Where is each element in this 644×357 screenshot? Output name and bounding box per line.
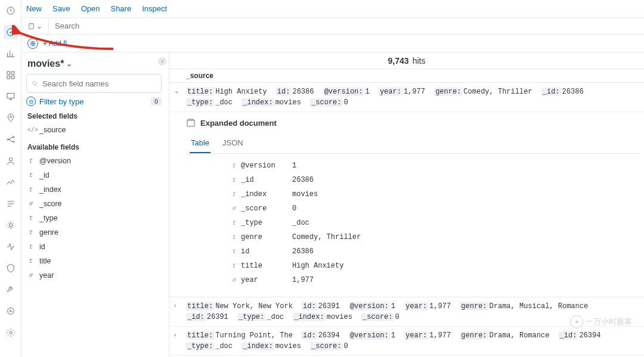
collapse-sidebar-icon[interactable]: ‹ <box>158 57 166 66</box>
svg-point-8 <box>7 139 9 141</box>
maps-icon[interactable] <box>4 111 18 125</box>
doc-summary: title:High Anxiety id:26386 @version:1 y… <box>186 86 639 108</box>
document-row: › title:Turning Point, The id:26394 @ver… <box>169 327 644 356</box>
svg-rect-4 <box>7 76 10 79</box>
field-name: id <box>39 243 45 251</box>
management-icon[interactable] <box>4 325 18 340</box>
document-row: › title:New York, New York id:26391 @ver… <box>169 297 644 327</box>
menu-inspect[interactable]: Inspect <box>142 4 167 13</box>
field-item[interactable]: ttitle <box>26 254 162 268</box>
field-sidebar: ‹ movies* ⌄ ⊖ Filter by type 0 Selected … <box>21 52 169 357</box>
filter-by-type-label: Filter by type <box>39 97 83 106</box>
dashboard-icon[interactable] <box>4 68 18 82</box>
svg-rect-2 <box>7 72 10 74</box>
add-filter-button[interactable]: + Add fi... <box>43 39 73 48</box>
expanded-document-title: Expanded document <box>200 119 277 128</box>
side-nav <box>0 0 21 357</box>
doc-field-row[interactable]: #year1,977 <box>228 273 639 287</box>
filter-by-type-button[interactable]: ⊖ Filter by type <box>26 97 83 106</box>
filter-row: ⊕ + Add fi... <box>21 35 644 52</box>
siem-icon[interactable] <box>4 261 18 275</box>
doc-field-row[interactable]: tgenreComedy, Thriller <box>228 230 639 244</box>
recently-viewed-icon[interactable] <box>4 4 18 18</box>
filter-by-type-row: ⊖ Filter by type 0 <box>26 97 162 106</box>
filter-icon: ⊖ <box>26 97 36 106</box>
dev-tools-icon[interactable] <box>4 283 18 297</box>
svg-rect-3 <box>11 72 14 74</box>
document-row: ⌄ title:High Anxiety id:26386 @version:1… <box>169 83 644 112</box>
field-item[interactable]: t_id <box>26 168 162 182</box>
ml-icon[interactable] <box>4 132 18 147</box>
metrics-icon[interactable] <box>4 175 18 190</box>
expand-doc-icon[interactable]: › <box>174 301 182 309</box>
field-item[interactable]: t_index <box>26 182 162 197</box>
doc-field-row[interactable]: t_indexmovies <box>228 187 639 201</box>
visualize-icon[interactable] <box>4 46 18 61</box>
tab-json[interactable]: JSON <box>221 134 244 153</box>
index-pattern-selector[interactable]: movies* ⌄ <box>27 58 162 69</box>
doc-field-row[interactable]: tid26386 <box>228 244 639 259</box>
field-type-icon: t <box>27 172 35 179</box>
doc-field-row[interactable]: t_type_doc <box>228 216 639 230</box>
doc-field-row[interactable]: t@version1 <box>228 159 639 173</box>
field-type-icon: t <box>27 243 35 250</box>
chevron-down-icon: ⌄ <box>36 22 42 30</box>
filter-options-icon[interactable]: ⊕ <box>27 38 38 49</box>
monitoring-icon[interactable] <box>4 304 18 318</box>
collapse-doc-icon[interactable]: ⌄ <box>174 86 182 94</box>
menu-save[interactable]: Save <box>52 4 70 13</box>
field-name: _type <box>39 214 58 222</box>
users-icon[interactable] <box>4 154 18 168</box>
field-type-icon: </> <box>27 127 35 134</box>
svg-point-9 <box>13 136 14 138</box>
column-header-source[interactable]: _source <box>169 69 644 83</box>
tab-table[interactable]: Table <box>190 134 210 153</box>
field-item[interactable]: tid <box>26 240 162 254</box>
doc-field-row[interactable]: #_score0 <box>228 201 639 216</box>
doc-fields-table: t@version1 t_id26386 t_indexmovies #_sco… <box>228 159 639 287</box>
saved-query-button[interactable]: ⌄ <box>21 18 49 34</box>
field-search[interactable] <box>26 74 162 93</box>
field-type-icon: t <box>27 257 35 265</box>
canvas-icon[interactable] <box>4 89 18 104</box>
doc-field-row[interactable]: t_id26386 <box>228 173 639 187</box>
logs-icon[interactable] <box>4 197 18 211</box>
field-item[interactable]: #year <box>26 268 162 283</box>
apm-icon[interactable] <box>4 218 18 232</box>
search-input[interactable] <box>55 21 638 30</box>
doc-field-row[interactable]: ttitleHigh Anxiety <box>228 259 639 273</box>
field-item[interactable]: t@version <box>26 154 162 168</box>
field-item[interactable]: tgenre <box>26 225 162 240</box>
field-type-icon: # <box>27 272 35 279</box>
filter-count-badge: 0 <box>151 97 162 105</box>
menu-open[interactable]: Open <box>81 4 100 13</box>
discover-icon[interactable] <box>4 25 18 39</box>
expand-doc-icon[interactable]: › <box>174 330 182 338</box>
search-input-wrapper[interactable] <box>49 18 644 34</box>
results-panel: 9,743 hits _source ⌄ title:High Anxiety … <box>169 52 644 357</box>
hits-number: 9,743 <box>388 56 409 66</box>
menu-share[interactable]: Share <box>110 4 131 13</box>
field-name: title <box>39 257 51 265</box>
expanded-document-header: Expanded document <box>186 118 639 128</box>
field-name: year <box>39 271 54 280</box>
svg-rect-14 <box>29 24 34 29</box>
field-type-icon: t <box>27 229 35 236</box>
top-menu: New Save Open Share Inspect <box>21 0 644 18</box>
svg-point-12 <box>9 223 12 226</box>
field-name: _source <box>39 126 66 134</box>
hits-count: 9,743 hits <box>169 52 644 69</box>
index-pattern-name: movies* <box>27 58 64 69</box>
expanded-document: Expanded document Table JSON t@version1 … <box>169 112 644 297</box>
svg-point-15 <box>33 81 36 85</box>
menu-new[interactable]: New <box>26 4 42 13</box>
svg-point-10 <box>13 141 14 143</box>
svg-point-13 <box>10 331 12 334</box>
field-item[interactable]: t_type <box>26 211 162 225</box>
field-name: _index <box>39 185 61 194</box>
field-item[interactable]: </> _source <box>26 123 162 137</box>
uptime-icon[interactable] <box>4 240 18 254</box>
field-item[interactable]: #_score <box>26 197 162 211</box>
field-search-input[interactable] <box>42 79 156 88</box>
svg-rect-6 <box>7 94 14 98</box>
